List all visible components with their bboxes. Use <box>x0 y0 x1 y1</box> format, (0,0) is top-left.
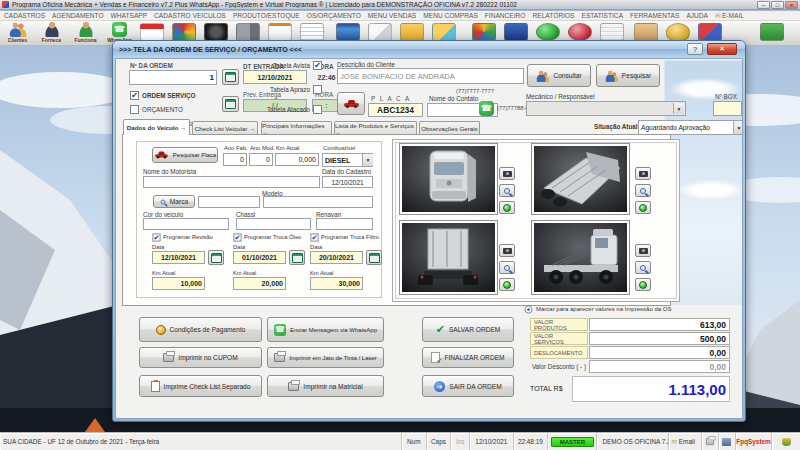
km-field[interactable]: 0,000 <box>275 153 319 166</box>
menu-cadastros[interactable]: CADASTROS <box>4 12 45 19</box>
order-service-checkbox[interactable]: ✔ <box>130 91 139 100</box>
color-field[interactable] <box>143 218 229 230</box>
print-inkjet-button[interactable]: Imprimir em Jato de Tinta / Laser <box>267 347 384 368</box>
entry-date-calendar-button[interactable] <box>222 69 239 85</box>
close-button[interactable]: × <box>785 1 798 9</box>
tab-principais-informacoes[interactable]: Principais Informações → <box>261 121 332 135</box>
menu-ajuda[interactable]: AJUDA <box>686 12 708 19</box>
photo1-zoom-button[interactable] <box>499 184 515 197</box>
maximize-button[interactable]: □ <box>771 1 784 9</box>
minimize-button[interactable]: – <box>757 1 770 9</box>
entry-date-field[interactable]: 12/10/2021 <box>243 70 307 84</box>
revision-km-field[interactable]: 10,000 <box>152 277 205 290</box>
current-status-dropdown[interactable]: Aguardando Aprovação <box>638 120 743 135</box>
monitor-icon[interactable] <box>336 23 360 41</box>
exit-order-button[interactable]: ➔SAIR DA ORDEM <box>422 375 514 397</box>
tab-observacoes-gerais[interactable]: Observações Gerais <box>419 121 480 135</box>
truck-icon[interactable] <box>236 23 260 41</box>
tire-icon[interactable] <box>204 23 228 41</box>
menu-vendas[interactable]: MENU VENDAS <box>368 12 416 19</box>
toolbar-fornecedor-button[interactable]: Fornece <box>36 22 67 45</box>
dialog-help-button[interactable]: ? <box>687 43 703 55</box>
receipt-icon[interactable] <box>600 23 624 41</box>
vehicle-photo-rear[interactable] <box>399 220 498 295</box>
filter-km-field[interactable]: 30,000 <box>310 277 363 290</box>
photo2-capture-button[interactable] <box>635 167 651 180</box>
vehicle-photo-top[interactable] <box>531 143 630 215</box>
schedule-filter-checkbox[interactable]: ✔ <box>310 233 318 241</box>
brand-search-button[interactable]: Marca <box>153 195 195 208</box>
photo1-load-button[interactable] <box>499 201 515 214</box>
oil-km-field[interactable]: 20,000 <box>233 277 286 290</box>
toolbar-clientes-button[interactable]: Clientes <box>2 22 33 45</box>
cash-table-checkbox[interactable]: ✔ <box>313 61 322 70</box>
year-mod-field[interactable]: 0 <box>249 153 273 166</box>
plate-field[interactable]: ABC1234 <box>368 103 423 117</box>
payment-terms-button[interactable]: Condições de Pagamento <box>139 317 262 342</box>
delivery-date-calendar-button[interactable] <box>222 96 239 112</box>
order-number-field[interactable]: 1 <box>129 70 217 85</box>
box-number-field[interactable] <box>713 101 742 116</box>
vehicle-photo-front[interactable] <box>399 143 498 215</box>
calendar-icon[interactable] <box>140 23 164 41</box>
services-value-field[interactable]: 500,00 <box>589 332 730 345</box>
money-bag-icon[interactable] <box>666 23 690 41</box>
status-monitor-button[interactable] <box>719 433 736 450</box>
menu-compras[interactable]: MENU COMPRAS <box>423 12 478 19</box>
print-cupom-button[interactable]: Imprimir no CUPOM <box>139 347 262 368</box>
menu-estatistica[interactable]: ESTATISTICA <box>582 12 624 19</box>
renavan-field[interactable] <box>316 218 373 230</box>
photo1-capture-button[interactable] <box>499 167 515 180</box>
menu-email[interactable]: ✉E-MAIL <box>715 12 744 20</box>
toolbar-funcionario-button[interactable]: Funciona <box>70 22 101 45</box>
print-checklist-button[interactable]: Imprime Check List Separado <box>139 375 262 397</box>
menu-relatorios[interactable]: RELATÓRIOS <box>533 12 575 19</box>
tools-ball-icon[interactable] <box>472 23 496 41</box>
photo3-capture-button[interactable] <box>499 244 515 257</box>
vehicle-photo-side[interactable] <box>531 220 630 295</box>
register-date-field[interactable]: 12/10/2021 <box>322 176 373 188</box>
tab-check-list[interactable]: Check List Veicular → <box>192 121 258 135</box>
mechanic-dropdown[interactable]: ▼ <box>526 101 686 116</box>
vehicle-plate-button[interactable] <box>337 92 365 115</box>
brand-field[interactable] <box>198 196 260 208</box>
revision-calendar-button[interactable] <box>208 250 224 265</box>
whatsapp-phone-icon[interactable]: ☎ <box>479 101 494 116</box>
tab-dados-veiculo[interactable]: Dados do Veiculo → <box>123 119 190 135</box>
folder-icon[interactable] <box>400 23 424 41</box>
exit-icon[interactable] <box>760 23 784 41</box>
show-values-radio[interactable] <box>524 305 532 313</box>
oil-calendar-button[interactable] <box>289 250 305 265</box>
displacement-field[interactable]: 0,00 <box>589 346 730 359</box>
menu-agendamento[interactable]: AGENDAMENTO <box>52 12 104 19</box>
revision-date-field[interactable]: 12/10/2021 <box>152 251 205 264</box>
status-shield-button[interactable] <box>772 433 800 450</box>
checklist-icon[interactable] <box>268 23 292 41</box>
money-in-icon[interactable] <box>536 23 560 41</box>
schedule-oil-checkbox[interactable]: ✔ <box>233 233 241 241</box>
search-client-button[interactable]: Pesquisar <box>596 64 660 87</box>
photo2-load-button[interactable] <box>635 201 651 214</box>
filter-date-field[interactable]: 20/10/2021 <box>310 251 363 264</box>
photo4-load-button[interactable] <box>635 278 651 291</box>
products-value-field[interactable]: 613,00 <box>589 318 730 331</box>
chassis-field[interactable] <box>236 218 311 230</box>
oil-date-field[interactable]: 01/10/2021 <box>233 251 286 264</box>
dialog-close-button[interactable]: × <box>707 43 737 55</box>
filter-calendar-button[interactable] <box>366 250 382 265</box>
client-description-field[interactable]: JOSE BONIFACIO DE ANDRADA <box>337 68 524 84</box>
schedule-ball-icon[interactable] <box>172 23 196 41</box>
wholesale-table-checkbox[interactable] <box>313 105 322 114</box>
send-whatsapp-button[interactable]: ☎Enviar Mensagem via WhatsApp <box>267 317 384 342</box>
model-field[interactable] <box>263 196 373 208</box>
package-icon[interactable] <box>634 23 658 41</box>
menu-produto-estoque[interactable]: PRODUTO/ESTOQUE <box>233 12 300 19</box>
photo4-zoom-button[interactable] <box>635 261 651 274</box>
print-matrix-button[interactable]: Imprimir na Matricial <box>267 375 384 397</box>
documents-icon[interactable] <box>300 23 324 41</box>
menu-os-orcamento[interactable]: OS/ORÇAMENTO <box>307 12 361 19</box>
book-icon[interactable] <box>504 23 528 41</box>
menu-cadastro-veiculos[interactable]: CADASTRO VEICULOS <box>154 12 226 19</box>
reports-icon[interactable] <box>698 23 722 41</box>
search-plate-button[interactable]: Pesquisar Placa <box>152 147 218 163</box>
